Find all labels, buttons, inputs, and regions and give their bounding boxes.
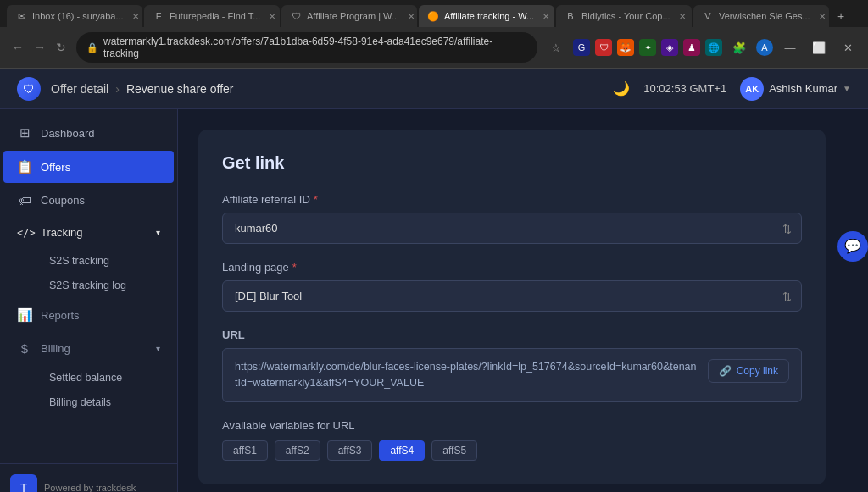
reports-icon: 📊 — [17, 307, 32, 323]
tab-verwischen[interactable]: V Verwischen Sie Ges... ✕ — [693, 5, 829, 27]
tab-affiliate-program[interactable]: 🛡 Affiliate Program | W... ✕ — [281, 5, 417, 27]
referral-id-select-wrapper: kumar60 ⇅ — [222, 213, 802, 244]
breadcrumb-separator: › — [115, 82, 120, 96]
var-badge-affs3[interactable]: affS3 — [327, 440, 373, 461]
sidebar-label-tracking: Tracking — [41, 226, 82, 239]
main-content: Get link Affiliate referral ID * kumar60… — [178, 109, 868, 492]
tab-close-futurepedia[interactable]: ✕ — [269, 12, 275, 21]
affiliate-program-favicon: 🛡 — [290, 10, 302, 22]
tab-close-affiliate-tracking[interactable]: ✕ — [542, 12, 549, 21]
dark-mode-icon[interactable]: 🌙 — [613, 80, 630, 97]
tab-close-bidlytics[interactable]: ✕ — [679, 12, 686, 21]
url-bar[interactable]: 🔒 watermarkly1.trackdesk.com/offers/7a1b… — [76, 32, 537, 63]
sidebar-label-s2s-tracking-log: S2S tracking log — [49, 279, 126, 291]
ext-icon-4[interactable]: ✦ — [639, 39, 656, 56]
close-button[interactable]: ✕ — [836, 38, 860, 57]
sidebar-item-tracking[interactable]: </> Tracking ▾ — [3, 218, 174, 247]
ext-icon-1[interactable]: G — [573, 39, 590, 56]
sidebar-item-s2s-tracking-log[interactable]: S2S tracking log — [39, 274, 174, 297]
sidebar-label-s2s-tracking: S2S tracking — [49, 255, 109, 267]
url-label: URL — [222, 329, 802, 341]
minimize-button[interactable]: — — [778, 38, 802, 57]
ext-icon-5[interactable]: ◈ — [661, 39, 678, 56]
sidebar-label-reports: Reports — [41, 309, 80, 322]
var-badge-affs4[interactable]: affS4 — [379, 440, 425, 461]
sidebar-footer-text: Powered by trackdesk — [44, 483, 136, 492]
landing-page-select[interactable]: [DE] Blur Tool — [222, 280, 802, 312]
app-logo: 🛡 — [17, 77, 41, 101]
referral-id-group: Affiliate referral ID * kumar60 ⇅ — [222, 193, 802, 244]
landing-page-required-star: * — [292, 261, 297, 274]
sidebar-item-coupons[interactable]: 🏷 Coupons — [3, 185, 174, 216]
profile-icon[interactable]: A — [756, 39, 773, 56]
topbar-right: 🌙 10:02:53 GMT+1 AK Ashish Kumar ▼ — [613, 77, 851, 101]
tab-bidlytics[interactable]: B Bidlytics - Your Cop... ✕ — [556, 5, 692, 27]
trackdesk-logo: T — [10, 474, 37, 492]
sidebar-item-s2s-tracking[interactable]: S2S tracking — [39, 249, 174, 273]
billing-icon: $ — [17, 341, 32, 356]
variables-section: Available variables for URL affS1 affS2 … — [222, 419, 802, 461]
user-chevron-icon: ▼ — [843, 84, 851, 93]
app-layout: ⊞ Dashboard 📋 Offers 🏷 Coupons </> Track… — [0, 109, 868, 492]
breadcrumb-parent[interactable]: Offer detail — [51, 82, 108, 96]
sidebar-item-reports[interactable]: 📊 Reports — [3, 299, 174, 331]
forward-button[interactable]: → — [31, 39, 49, 56]
sidebar-item-offers[interactable]: 📋 Offers — [3, 151, 174, 183]
app-topbar: 🛡 Offer detail › Revenue share offer 🌙 1… — [0, 69, 868, 109]
dashboard-icon: ⊞ — [17, 125, 32, 141]
var-badge-affs5[interactable]: affS5 — [431, 440, 477, 461]
sidebar-label-dashboard: Dashboard — [41, 127, 95, 140]
billing-chevron-icon: ▾ — [156, 344, 160, 353]
gmail-favicon: ✉ — [15, 10, 27, 22]
user-avatar: AK — [740, 77, 764, 101]
futurepedia-favicon: F — [153, 10, 164, 22]
tab-close-verwischen[interactable]: ✕ — [819, 12, 826, 21]
var-badge-affs2[interactable]: affS2 — [275, 440, 320, 461]
restore-button[interactable]: ⬜ — [807, 38, 831, 57]
variables-list: affS1 affS2 affS3 affS4 affS5 — [222, 440, 802, 461]
offers-icon: 📋 — [17, 159, 32, 174]
var-badge-affs1[interactable]: affS1 — [222, 440, 268, 461]
ext-icon-2[interactable]: 🛡 — [595, 39, 612, 56]
url-value: https://watermarkly.com/de/blur-faces-li… — [235, 359, 698, 391]
tab-futurepedia[interactable]: F Futurepedia - Find T... ✕ — [144, 5, 280, 27]
copy-link-button[interactable]: 🔗 Copy link — [708, 359, 789, 383]
breadcrumb: Offer detail › Revenue share offer — [51, 82, 603, 96]
tab-close-gmail[interactable]: ✕ — [132, 12, 139, 21]
tab-gmail[interactable]: ✉ Inbox (16) - suryaba... ✕ — [7, 5, 142, 27]
tracking-chevron-icon: ▾ — [156, 228, 160, 237]
back-button[interactable]: ← — [8, 39, 27, 56]
tab-affiliate-tracking[interactable]: 🟠 Affiliate tracking - W... ✕ — [419, 5, 554, 27]
landing-page-select-wrapper: [DE] Blur Tool ⇅ — [222, 280, 802, 312]
affiliate-tracking-favicon: 🟠 — [427, 10, 439, 22]
tab-close-affiliate-program[interactable]: ✕ — [408, 12, 415, 21]
sidebar-label-coupons: Coupons — [41, 194, 85, 207]
sidebar-label-offers: Offers — [41, 161, 70, 174]
card-title: Get link — [222, 153, 802, 173]
refresh-button[interactable]: ↻ — [53, 39, 70, 56]
bookmark-button[interactable]: ☆ — [544, 38, 568, 57]
topbar-time: 10:02:53 GMT+1 — [643, 82, 726, 95]
sidebar-item-billing-details[interactable]: Billing details — [39, 390, 174, 414]
lock-icon: 🔒 — [86, 42, 98, 53]
extensions-button[interactable]: 🧩 — [727, 38, 751, 57]
sidebar-item-dashboard[interactable]: ⊞ Dashboard — [3, 117, 174, 149]
url-box: https://watermarkly.com/de/blur-faces-li… — [222, 348, 802, 402]
ext-icon-7[interactable]: 🌐 — [705, 39, 722, 56]
ext-icon-6[interactable]: ♟ — [683, 39, 700, 56]
ext-icon-3[interactable]: 🦊 — [617, 39, 634, 56]
verwischen-favicon: V — [702, 10, 714, 22]
referral-id-select[interactable]: kumar60 — [222, 213, 802, 244]
tracking-icon: </> — [17, 227, 32, 239]
new-tab-button[interactable]: + — [831, 6, 851, 26]
sidebar-item-settled-balance[interactable]: Settled balance — [39, 366, 174, 390]
sidebar-item-billing[interactable]: $ Billing ▾ — [3, 333, 174, 364]
sidebar-sub-billing: Settled balance Billing details — [0, 365, 177, 415]
chat-floating-button[interactable]: 💬 — [837, 231, 868, 262]
chat-icon: 💬 — [844, 238, 861, 254]
landing-page-group: Landing page * [DE] Blur Tool ⇅ — [222, 261, 802, 312]
sidebar-label-settled-balance: Settled balance — [49, 372, 122, 384]
referral-id-label: Affiliate referral ID * — [222, 193, 802, 206]
browser-actions: ☆ G 🛡 🦊 ✦ ◈ ♟ 🌐 🧩 A — ⬜ ✕ — [544, 38, 860, 57]
topbar-user[interactable]: AK Ashish Kumar ▼ — [740, 77, 851, 101]
